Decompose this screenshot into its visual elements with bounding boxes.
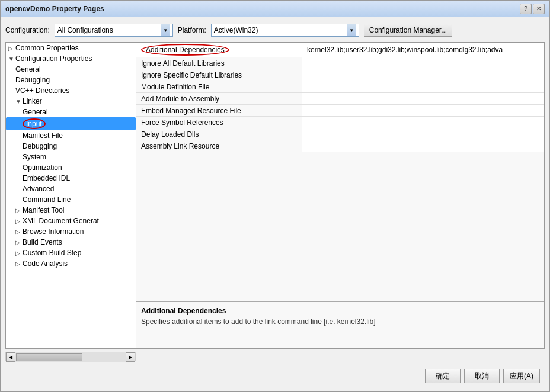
platform-label: Platform: bbox=[178, 26, 206, 34]
description-area: Additional Dependencies Specifies additi… bbox=[136, 301, 544, 348]
tree-item-linker[interactable]: ▼Linker bbox=[6, 96, 136, 107]
prop-name: Add Module to Assembly bbox=[136, 93, 302, 104]
left-panel: ▷Common Properties ▼Configuration Proper… bbox=[6, 43, 136, 348]
scroll-thumb[interactable] bbox=[16, 353, 82, 361]
tree-item-linker-manifest[interactable]: Manifest File bbox=[6, 130, 136, 141]
horizontal-scrollbar[interactable]: ◀ ▶ bbox=[5, 352, 136, 361]
table-row[interactable]: Ignore All Default Libraries bbox=[136, 57, 544, 69]
tree-item-linker-general[interactable]: General bbox=[6, 107, 136, 117]
tree-item-build-events[interactable]: ▷Build Events bbox=[6, 237, 136, 248]
prop-value bbox=[302, 140, 544, 152]
apply-button[interactable]: 应用(A) bbox=[503, 369, 540, 383]
description-text: Specifies additional items to add to the… bbox=[141, 317, 539, 326]
table-row[interactable]: Module Definition File bbox=[136, 81, 544, 93]
expand-icon: ▷ bbox=[15, 207, 21, 214]
tree-item-linker-system[interactable]: System bbox=[6, 152, 136, 162]
scroll-left-button[interactable]: ◀ bbox=[6, 352, 15, 362]
property-table: Additional Dependencies kernel32.lib;use… bbox=[136, 43, 544, 301]
ok-button[interactable]: 确定 bbox=[425, 369, 461, 383]
tree-item-common-props[interactable]: ▷Common Properties bbox=[6, 43, 136, 53]
config-dropdown[interactable]: All Configurations ▼ bbox=[55, 24, 173, 37]
help-button[interactable]: ? bbox=[520, 4, 532, 14]
prop-value bbox=[302, 57, 544, 69]
input-label-circled: Input bbox=[23, 118, 46, 129]
property-pages-window: opencvDemo Property Pages ? ✕ Configurat… bbox=[0, 0, 550, 392]
right-panel: Additional Dependencies kernel32.lib;use… bbox=[136, 43, 544, 348]
prop-value bbox=[302, 69, 544, 81]
expand-icon: ▷ bbox=[15, 229, 21, 235]
config-label: Configuration: bbox=[5, 26, 50, 34]
close-button[interactable]: ✕ bbox=[533, 4, 545, 14]
tree-item-custom-build[interactable]: ▷Custom Build Step bbox=[6, 248, 136, 258]
tree-item-xml-doc[interactable]: ▷XML Document Generat bbox=[6, 216, 136, 226]
platform-dropdown[interactable]: Active(Win32) ▼ bbox=[211, 24, 359, 37]
window-title: opencvDemo Property Pages bbox=[5, 5, 104, 13]
prop-name: Module Definition File bbox=[136, 81, 302, 92]
expand-icon: ▷ bbox=[15, 218, 21, 224]
content-area: Configuration: All Configurations ▼ Plat… bbox=[1, 17, 549, 391]
bottom-row: 确定 取消 应用(A) bbox=[5, 365, 545, 387]
table-row[interactable]: Embed Managed Resource File bbox=[136, 105, 544, 117]
table-row[interactable]: Force Symbol References bbox=[136, 117, 544, 128]
prop-name: Additional Dependencies bbox=[136, 43, 302, 57]
tree-item-config-props[interactable]: ▼Configuration Properties bbox=[6, 53, 136, 64]
prop-name: Embed Managed Resource File bbox=[136, 105, 302, 116]
config-row: Configuration: All Configurations ▼ Plat… bbox=[5, 22, 545, 38]
prop-value bbox=[302, 105, 544, 116]
tree-item-linker-cmdline[interactable]: Command Line bbox=[6, 194, 136, 205]
platform-dropdown-arrow[interactable]: ▼ bbox=[347, 24, 356, 36]
expand-icon: ▼ bbox=[8, 56, 14, 62]
config-value: All Configurations bbox=[57, 26, 161, 34]
title-bar: opencvDemo Property Pages ? ✕ bbox=[1, 1, 549, 17]
tree-item-linker-embedded-idl[interactable]: Embedded IDL bbox=[6, 173, 136, 184]
prop-value bbox=[302, 93, 544, 104]
prop-name: Ignore Specific Default Libraries bbox=[136, 69, 302, 81]
table-row[interactable]: Assembly Link Resource bbox=[136, 140, 544, 152]
description-title: Additional Dependencies bbox=[141, 307, 539, 315]
platform-value: Active(Win32) bbox=[214, 26, 347, 34]
prop-name: Ignore All Default Libraries bbox=[136, 57, 302, 69]
prop-value bbox=[302, 128, 544, 140]
prop-name: Delay Loaded Dlls bbox=[136, 128, 302, 140]
expand-icon: ▷ bbox=[15, 261, 21, 267]
tree-item-linker-advanced[interactable]: Advanced bbox=[6, 184, 136, 194]
table-row[interactable]: Ignore Specific Default Libraries bbox=[136, 69, 544, 81]
prop-value: kernel32.lib;user32.lib;gdi32.lib;winspo… bbox=[302, 43, 544, 57]
tree-item-debugging[interactable]: Debugging bbox=[6, 75, 136, 85]
expand-icon: ▼ bbox=[15, 98, 21, 105]
tree-item-linker-optimization[interactable]: Optimization bbox=[6, 162, 136, 173]
cancel-button[interactable]: 取消 bbox=[464, 369, 500, 383]
main-panel: ▷Common Properties ▼Configuration Proper… bbox=[5, 42, 545, 349]
expand-icon: ▷ bbox=[15, 250, 21, 256]
tree-item-vcpp-dirs[interactable]: VC++ Directories bbox=[6, 85, 136, 96]
scroll-right-button[interactable]: ▶ bbox=[126, 352, 135, 362]
tree-item-code-analysis[interactable]: ▷Code Analysis bbox=[6, 258, 136, 269]
config-dropdown-arrow[interactable]: ▼ bbox=[161, 24, 170, 36]
table-row[interactable]: Additional Dependencies kernel32.lib;use… bbox=[136, 43, 544, 57]
tree-item-linker-input[interactable]: Input bbox=[6, 117, 136, 130]
scroll-track[interactable] bbox=[15, 352, 126, 362]
config-manager-button[interactable]: Configuration Manager... bbox=[364, 24, 452, 37]
table-row[interactable]: Delay Loaded Dlls bbox=[136, 128, 544, 140]
table-row[interactable]: Add Module to Assembly bbox=[136, 93, 544, 105]
title-bar-buttons: ? ✕ bbox=[520, 4, 545, 14]
prop-name: Assembly Link Resource bbox=[136, 140, 302, 152]
expand-icon: ▷ bbox=[15, 239, 21, 246]
tree-item-browse-info[interactable]: ▷Browse Information bbox=[6, 226, 136, 237]
prop-name: Force Symbol References bbox=[136, 117, 302, 128]
tree-item-linker-debugging[interactable]: Debugging bbox=[6, 141, 136, 152]
prop-value bbox=[302, 81, 544, 92]
tree-item-general[interactable]: General bbox=[6, 64, 136, 75]
expand-icon: ▷ bbox=[8, 45, 14, 52]
tree-item-manifest-tool[interactable]: ▷Manifest Tool bbox=[6, 205, 136, 216]
additional-deps-label-circled: Additional Dependencies bbox=[141, 44, 229, 56]
prop-value bbox=[302, 117, 544, 128]
